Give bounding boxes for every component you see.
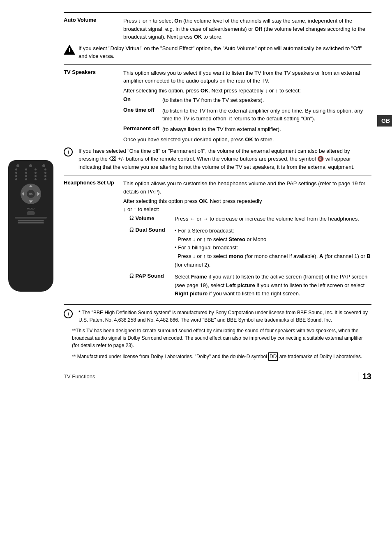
auto-volume-warning: ! If you select "Dolby Virtual" on the "…	[64, 44, 371, 60]
remote-button-row	[12, 178, 50, 180]
headphones-label: Headphones Set Up	[64, 180, 123, 186]
remote-control-image: OK MENU	[4, 160, 58, 292]
remote-btn	[35, 175, 37, 177]
remote-btn	[35, 168, 37, 170]
remote-btn	[44, 168, 46, 170]
remote-down-arrow	[29, 200, 33, 203]
remote-body: OK MENU	[8, 160, 53, 292]
tv-speakers-info-text: If you have selected "One time off" or "…	[78, 147, 371, 171]
remote-left-arrow	[22, 192, 24, 196]
remote-btn	[35, 178, 37, 180]
headphones-volume-label: Ω Volume	[129, 215, 175, 221]
footer-section: i * The "BBE High Definition Sound syste…	[64, 304, 371, 361]
remote-indicator-dot	[42, 164, 45, 167]
remote-btn	[25, 178, 27, 180]
page-number: 13	[358, 372, 371, 381]
auto-volume-label: Auto Volume	[64, 17, 123, 23]
headphones-papsound-text: Select Frame if you want to listen to th…	[175, 273, 371, 298]
tv-speakers-after: After selecting this option, press OK. N…	[123, 87, 371, 95]
headphones-papsound-row: Ω PAP Sound Select Frame if you want to …	[129, 273, 371, 298]
remote-bar	[15, 217, 47, 219]
page-footer-label: TV Functions	[64, 373, 95, 380]
tv-speakers-section: TV Speakers This option allows you to se…	[64, 69, 371, 171]
remote-btn	[35, 172, 37, 174]
headphones-volume-text: Press ← or → to decrease or increase the…	[175, 215, 371, 223]
tv-speakers-permanentoff-row: Permanent off (to always listen to the T…	[123, 125, 371, 133]
headphones-dualsound-text: • For a Stereo broadcast: Press ↓ or ↑ t…	[175, 227, 371, 269]
tv-speakers-permanentoff-text: (to always listen to the TV from externa…	[162, 125, 371, 133]
remote-btn	[15, 168, 17, 170]
footer-note-2: **This TV has been designed to create su…	[72, 327, 371, 349]
tv-speakers-store: Once you have selected your desired opti…	[123, 136, 371, 144]
remote-indicator-dot	[29, 164, 32, 167]
remote-button-row	[12, 168, 50, 170]
headphones-papsound-label: Ω PAP Sound	[129, 273, 175, 279]
auto-volume-row: Auto Volume Press ↓ or ↑ to select On (t…	[64, 17, 371, 41]
remote-btn	[25, 172, 27, 174]
headphones-section: Headphones Set Up This option allows you…	[64, 180, 371, 298]
remote-ok-button: OK	[27, 190, 35, 198]
headphones-dualsound-label: Ω Dual Sound	[129, 227, 175, 233]
dolby-symbol-icon: DD	[268, 352, 278, 361]
remote-button-row	[12, 172, 50, 174]
footer-note-1-text: * The "BBE High Definition Sound system"…	[78, 309, 371, 324]
remote-small-bar	[18, 220, 44, 221]
tv-speakers-on-label: On	[123, 96, 162, 102]
tv-speakers-onetimeoff-label: One time off	[123, 107, 162, 113]
warning-triangle-icon: !	[64, 45, 78, 57]
remote-dpad: OK	[21, 184, 41, 204]
remote-btn	[44, 175, 46, 177]
tv-speakers-on-text: (to listen the TV from the TV set speake…	[162, 96, 371, 104]
main-content: Auto Volume Press ↓ or ↑ to select On (t…	[64, 12, 371, 381]
remote-btn	[15, 178, 17, 180]
remote-menu-circle	[27, 211, 35, 215]
tv-speakers-permanentoff-label: Permanent off	[123, 125, 162, 131]
headphones-volume-row: Ω Volume Press ← or → to decrease or inc…	[129, 215, 371, 223]
remote-btn	[44, 172, 46, 174]
tv-speakers-label: TV Speakers	[64, 69, 123, 75]
remote-btn	[25, 168, 27, 170]
tv-speakers-onetimeoff-text: (to listen to the TV from the external a…	[162, 107, 371, 123]
page: GB	[0, 0, 392, 557]
headphones-dualsound-row: Ω Dual Sound • For a Stereo broadcast: P…	[129, 227, 371, 269]
remote-indicator-dot	[16, 164, 19, 167]
remote-button-row	[12, 175, 50, 177]
section-divider-1	[64, 64, 371, 65]
auto-volume-text: Press ↓ or ↑ to select On (the volume le…	[123, 17, 371, 41]
tv-speakers-row: TV Speakers This option allows you to se…	[64, 69, 371, 85]
tv-speakers-onetimeoff-row: One time off (to listen to the TV from t…	[123, 107, 371, 123]
tv-speakers-info: i If you have selected "One time off" or…	[64, 147, 371, 171]
top-divider	[64, 12, 371, 13]
headphones-text: This option allows you to customise the …	[123, 180, 371, 196]
footer-info-icon: i	[64, 309, 78, 318]
headphones-row: Headphones Set Up This option allows you…	[64, 180, 371, 196]
remote-btn	[25, 175, 27, 177]
footer-note-1: i * The "BBE High Definition Sound syste…	[64, 309, 371, 324]
info-circle-icon: i	[64, 147, 78, 157]
remote-small-bar	[18, 222, 44, 223]
remote-menu-label: MENU	[12, 207, 50, 210]
remote-btn	[15, 172, 17, 174]
auto-volume-warning-text: If you select "Dolby Virtual" on the "So…	[78, 44, 371, 60]
section-divider-2	[64, 175, 371, 175]
headphones-after: After selecting this option press OK. Ne…	[123, 197, 371, 213]
footer-note-3: ** Manufactured under license from Dolby…	[72, 352, 371, 361]
remote-up-arrow	[29, 185, 33, 187]
auto-volume-section: Auto Volume Press ↓ or ↑ to select On (t…	[64, 17, 371, 60]
remote-btn	[15, 175, 17, 177]
triangle-icon: !	[64, 45, 75, 55]
remote-btn	[44, 178, 46, 180]
tv-speakers-on-row: On (to listen the TV from the TV set spe…	[123, 96, 371, 104]
gb-tab: GB	[377, 115, 392, 127]
remote-top-row	[12, 164, 50, 167]
page-footer: TV Functions 13	[64, 369, 371, 381]
remote-right-arrow	[37, 192, 40, 196]
tv-speakers-text: This option allows you to select if you …	[123, 69, 371, 85]
